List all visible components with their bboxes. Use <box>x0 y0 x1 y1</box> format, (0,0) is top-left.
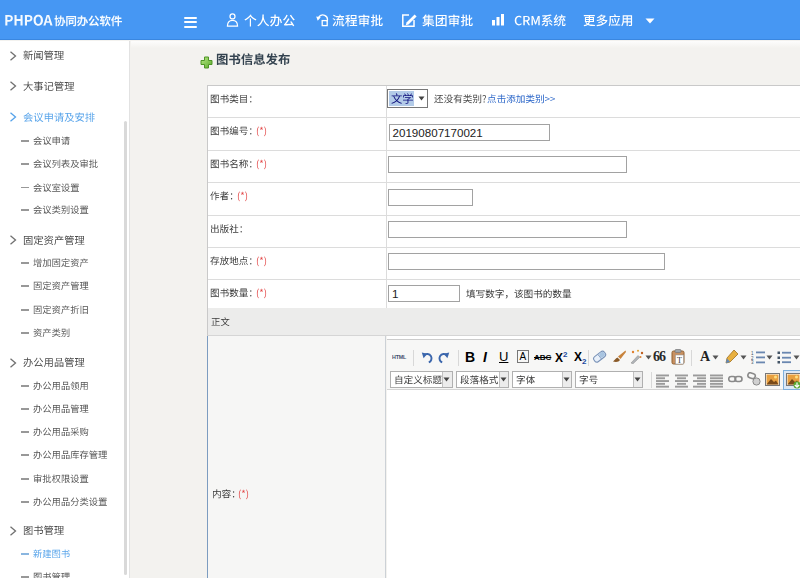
svg-text:3: 3 <box>751 360 754 364</box>
svg-text:T: T <box>677 356 682 365</box>
